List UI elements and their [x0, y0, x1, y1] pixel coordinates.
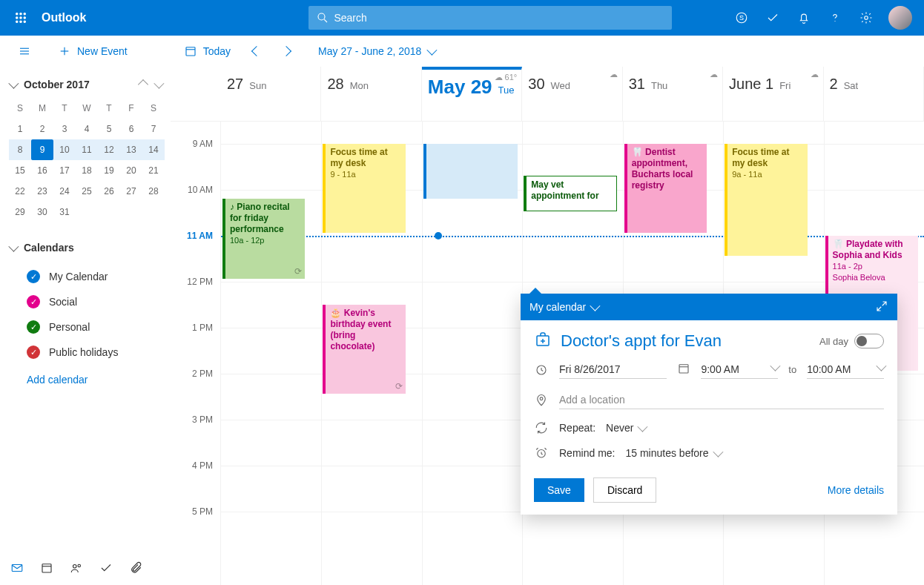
- date-picker-icon[interactable]: [677, 362, 690, 377]
- mini-cal-day[interactable]: 11: [76, 139, 98, 160]
- calendar-event[interactable]: ♪ Piano recital for friday performance10…: [222, 199, 305, 279]
- end-time-field[interactable]: 10:00 AM: [807, 360, 884, 379]
- more-details-link[interactable]: More details: [828, 484, 884, 496]
- month-next-button[interactable]: [154, 79, 164, 89]
- app-launcher-icon[interactable]: [6, 3, 36, 33]
- gear-icon[interactable]: [857, 9, 875, 27]
- calendar-item[interactable]: ✓My Calendar: [9, 264, 162, 289]
- calendar-item[interactable]: ✓Public holidays: [9, 340, 162, 365]
- event-draft-slot[interactable]: [423, 144, 518, 199]
- people-icon[interactable]: [70, 561, 83, 578]
- mini-cal-day[interactable]: 23: [31, 181, 53, 202]
- bell-icon[interactable]: [795, 9, 813, 27]
- svg-rect-31: [679, 365, 688, 373]
- month-collapse-icon[interactable]: [8, 79, 19, 89]
- day-header[interactable]: May 29Tue☁ 61°: [422, 67, 522, 121]
- recurrence-icon: ⟳: [294, 266, 302, 277]
- repeat-selector[interactable]: Never: [606, 422, 645, 434]
- location-field[interactable]: Add a location: [559, 391, 884, 409]
- search-input[interactable]: Search: [308, 6, 672, 30]
- help-icon[interactable]: [826, 9, 844, 27]
- mini-cal-day[interactable]: 12: [98, 139, 120, 160]
- reminder-selector[interactable]: 15 minutes before: [625, 447, 720, 459]
- chevron-down-icon: [876, 361, 886, 371]
- date-field[interactable]: Fri 8/26/2017: [559, 360, 667, 379]
- svg-point-6: [16, 21, 18, 22]
- todo-icon[interactable]: [99, 561, 113, 578]
- calendar-event[interactable]: Focus time at my desk9 - 11a: [323, 144, 405, 233]
- mini-cal-day[interactable]: 30: [31, 202, 53, 222]
- day-header[interactable]: 31Thu☁: [623, 67, 723, 121]
- mini-cal-day[interactable]: 2: [31, 119, 53, 139]
- calendar-item[interactable]: ✓Social: [9, 289, 162, 314]
- discard-button[interactable]: Discard: [593, 477, 656, 503]
- calendar-item[interactable]: ✓Personal: [9, 314, 162, 340]
- mini-cal-day[interactable]: 27: [120, 181, 142, 202]
- attach-icon[interactable]: [129, 561, 142, 578]
- mini-cal-day[interactable]: 28: [142, 181, 165, 202]
- mini-cal-day[interactable]: 5: [98, 119, 120, 139]
- calendar-event[interactable]: Focus time at my desk9a - 11a: [725, 144, 807, 256]
- mini-cal-day[interactable]: 6: [120, 119, 142, 139]
- mail-icon[interactable]: [10, 561, 24, 578]
- calendar-checkbox[interactable]: ✓: [27, 270, 40, 283]
- mini-cal-day[interactable]: 3: [53, 119, 76, 139]
- month-prev-button[interactable]: [138, 79, 148, 90]
- chevron-down-icon: [770, 361, 781, 371]
- mini-cal-day[interactable]: 19: [98, 160, 120, 181]
- svg-rect-22: [12, 565, 22, 572]
- calendar-event[interactable]: May vet appointment for: [524, 176, 616, 211]
- mini-cal-day[interactable]: 21: [142, 160, 165, 181]
- calendar-checkbox[interactable]: ✓: [27, 320, 40, 334]
- mini-cal-day[interactable]: 7: [142, 119, 165, 139]
- date-range-picker[interactable]: May 27 - June 2, 2018: [318, 45, 435, 57]
- mini-cal-day[interactable]: 8: [9, 139, 31, 160]
- chevron-down-icon: [427, 44, 438, 55]
- start-time-field[interactable]: 9:00 AM: [701, 360, 778, 379]
- calendar-event[interactable]: 🦷 Dentist appointment, Bucharts local re…: [624, 144, 707, 233]
- calendar-icon[interactable]: [40, 561, 53, 578]
- mini-cal-day[interactable]: 4: [76, 119, 98, 139]
- mini-cal-day[interactable]: 26: [98, 181, 120, 202]
- expand-icon[interactable]: [875, 300, 888, 315]
- calendar-checkbox[interactable]: ✓: [27, 295, 40, 308]
- mini-cal-day[interactable]: 1: [9, 119, 31, 139]
- calendar-selector[interactable]: My calendar: [529, 301, 598, 313]
- mini-cal-day[interactable]: 17: [53, 160, 76, 181]
- save-button[interactable]: Save: [534, 478, 584, 502]
- mini-cal-day[interactable]: 31: [53, 202, 76, 222]
- calendars-toggle[interactable]: Calendars: [9, 242, 162, 254]
- mini-cal-day[interactable]: 14: [142, 139, 165, 160]
- day-header[interactable]: June 1Fri☁: [723, 67, 823, 121]
- calendar-event[interactable]: 🎂 Kevin's birthday event (bring chocolat…: [323, 305, 405, 394]
- mini-cal-day[interactable]: 15: [9, 160, 31, 181]
- mini-cal-day[interactable]: 20: [120, 160, 142, 181]
- mini-cal-day[interactable]: 16: [31, 160, 53, 181]
- mini-cal-day[interactable]: 22: [9, 181, 31, 202]
- event-title-input[interactable]: [561, 331, 811, 351]
- mini-cal-day[interactable]: 18: [76, 160, 98, 181]
- mini-cal-day[interactable]: 13: [120, 139, 142, 160]
- mini-cal-day: [142, 202, 165, 222]
- mini-cal-day[interactable]: 9: [31, 139, 53, 160]
- day-header[interactable]: 30Wed☁: [522, 67, 622, 121]
- day-header[interactable]: 2Sat: [824, 67, 924, 121]
- next-week-button[interactable]: [277, 44, 296, 58]
- calendar-checkbox[interactable]: ✓: [27, 346, 40, 359]
- svg-point-2: [24, 13, 25, 15]
- mini-cal-day[interactable]: 25: [76, 181, 98, 202]
- day-header[interactable]: 28Mon: [321, 67, 421, 121]
- prev-week-button[interactable]: [247, 44, 266, 58]
- add-calendar-button[interactable]: Add calendar: [9, 365, 162, 391]
- skype-icon[interactable]: S: [733, 9, 750, 27]
- tasks-icon[interactable]: [764, 9, 782, 27]
- mini-cal-day[interactable]: 29: [9, 202, 31, 222]
- avatar[interactable]: [888, 6, 912, 30]
- new-event-button[interactable]: New Event: [52, 42, 133, 61]
- hamburger-icon[interactable]: [12, 42, 37, 61]
- today-button[interactable]: Today: [178, 42, 237, 61]
- day-header[interactable]: 27Sun: [221, 67, 321, 121]
- mini-cal-day[interactable]: 24: [53, 181, 76, 202]
- allday-toggle[interactable]: [854, 334, 884, 348]
- mini-cal-day[interactable]: 10: [53, 139, 76, 160]
